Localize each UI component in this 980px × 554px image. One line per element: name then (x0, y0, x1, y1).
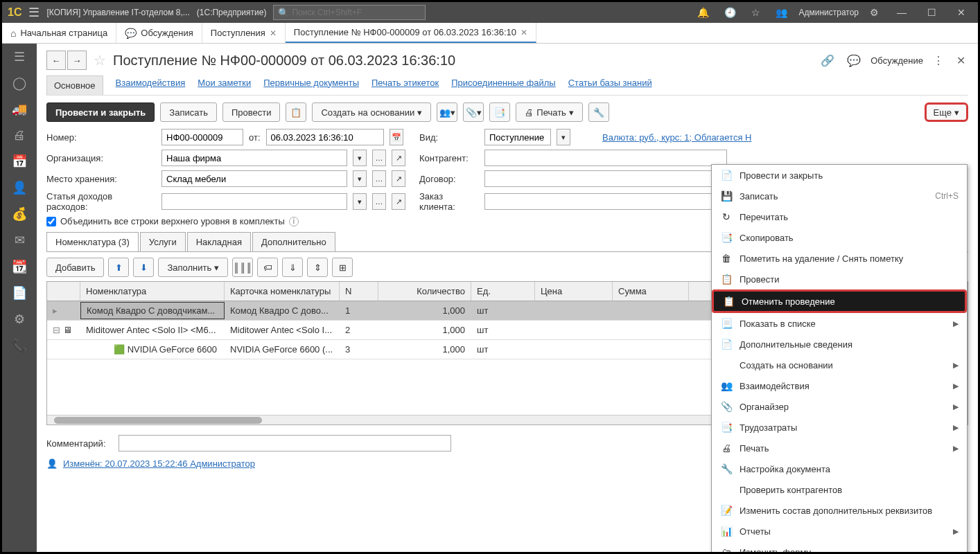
tab-receipts[interactable]: Поступления ✕ (202, 23, 286, 43)
close-icon[interactable]: ✕ (270, 28, 277, 38)
mi-doc-settings[interactable]: 🔧Настройка документа (712, 458, 967, 479)
navlink-kb[interactable]: Статьи базы знаний (568, 78, 652, 93)
copy-icon[interactable]: 📄 (12, 285, 27, 301)
navlink-files[interactable]: Присоединенные файлы (451, 78, 556, 93)
cell-card[interactable]: Miditower Antec <Solo I... (225, 322, 340, 338)
mi-additional-info[interactable]: 📄Дополнительные сведения (712, 334, 967, 355)
close-window-button[interactable]: ✕ (950, 7, 972, 18)
users-btn[interactable]: 👥▾ (437, 102, 457, 122)
minimize-button[interactable]: — (890, 7, 913, 18)
th-sum[interactable]: Сумма (613, 282, 689, 301)
cell-unit[interactable]: шт (471, 322, 535, 338)
order-input[interactable] (484, 193, 727, 210)
navlink-interactions[interactable]: Взаимодействия (116, 78, 186, 93)
config-btn[interactable]: 🔧 (588, 102, 609, 122)
cell-qty[interactable]: 1,000 (378, 341, 471, 357)
mi-copy[interactable]: 📑Скопировать (712, 227, 967, 248)
star-icon[interactable]: ☆ (747, 7, 764, 18)
user-name[interactable]: Администратор (798, 8, 859, 17)
counterparty-input[interactable] (484, 150, 727, 166)
currency-link[interactable]: Валюта: руб., курс: 1; Облагается Н (602, 132, 751, 143)
favorite-star-icon[interactable]: ☆ (94, 52, 106, 69)
th-price[interactable]: Цена (535, 282, 613, 301)
fill-button[interactable]: Заполнить ▾ (158, 258, 228, 277)
org-input[interactable] (161, 150, 347, 166)
mi-check-counterparties[interactable]: Проверить контрагентов (712, 479, 967, 500)
mi-reread[interactable]: ↻Перечитать (712, 206, 967, 227)
post-button[interactable]: Провести (222, 102, 281, 122)
mi-post-close[interactable]: 📄Провести и закрыть (712, 165, 967, 186)
close-icon[interactable]: ✕ (520, 28, 527, 37)
tab-invoice[interactable]: Накладная (187, 232, 251, 251)
ellipsis-btn[interactable]: … (372, 193, 386, 210)
mi-print[interactable]: 🖨Печать▶ (712, 438, 967, 458)
person-icon[interactable]: 👤 (12, 180, 27, 195)
dropdown-btn[interactable]: ▾ (557, 129, 570, 145)
more-button[interactable]: Еще ▾ (925, 102, 968, 122)
cell-qty[interactable]: 1,000 (378, 303, 471, 319)
mi-organizer[interactable]: 📎Органайзер▶ (712, 396, 967, 417)
mi-labor[interactable]: 📑Трудозатраты▶ (712, 417, 967, 438)
navlink-labels[interactable]: Печать этикеток (371, 78, 439, 93)
dropdown-btn[interactable]: ▾ (353, 193, 367, 210)
mi-mark-delete[interactable]: 🗑Пометить на удаление / Снять пометку (712, 248, 967, 269)
cell-nomenclature[interactable]: Miditower Antec <Solo II> <M6... (80, 322, 225, 338)
changed-link[interactable]: Изменён: 20.07.2023 15:22:46 Администрат… (63, 458, 255, 469)
tree-button[interactable]: ⊞ (332, 258, 353, 277)
mi-interactions[interactable]: 👥Взаимодействия▶ (712, 375, 967, 396)
cell-qty[interactable]: 1,000 (378, 322, 471, 338)
dropdown-btn[interactable]: ▾ (353, 170, 367, 187)
menu-icon[interactable]: ☰ (14, 49, 25, 64)
calendar-icon[interactable]: 📅 (12, 154, 27, 169)
collapse-arrow-icon[interactable]: ⊟ (53, 325, 60, 335)
discussion-label[interactable]: Обсуждение (870, 55, 923, 66)
attach-btn[interactable]: 📎▾ (463, 102, 484, 122)
mi-post[interactable]: 📋Провести (712, 269, 967, 289)
global-search[interactable]: 🔍 (273, 5, 426, 20)
maximize-button[interactable]: ☐ (920, 7, 943, 18)
phone-icon[interactable]: 📞 (12, 338, 27, 353)
th-n[interactable]: N (340, 282, 378, 301)
cell-card[interactable]: NVIDIA GeForce 6600 (... (225, 341, 340, 357)
list-icon-button[interactable]: 📋 (286, 102, 306, 122)
ellipsis-btn[interactable]: … (372, 170, 386, 187)
money-icon[interactable]: 💰 (12, 206, 27, 222)
tab-nomenclature[interactable]: Номенклатура (3) (46, 232, 139, 251)
contract-input[interactable] (484, 170, 727, 187)
settings-sliders-icon[interactable]: ⚙ (866, 7, 883, 18)
tab-discuss[interactable]: 💬 Обсуждения (116, 23, 202, 43)
cell-n[interactable]: 1 (340, 303, 378, 319)
cell-n[interactable]: 3 (340, 341, 378, 357)
comment-input[interactable] (119, 435, 451, 452)
merge-checkbox[interactable] (46, 217, 56, 226)
open-btn[interactable]: ↗ (392, 170, 405, 187)
open-btn[interactable]: ↗ (392, 150, 405, 166)
discussion-icon[interactable]: 💬 (844, 54, 864, 67)
mi-cancel-posting[interactable]: 📋Отменить проведение (712, 289, 967, 313)
close-panel-icon[interactable]: ✕ (954, 54, 968, 67)
th-unit[interactable]: Ед. (471, 282, 535, 301)
lifebuoy-icon[interactable]: ◯ (12, 75, 26, 91)
move-down-button[interactable]: ⬇ (133, 258, 154, 277)
printer-icon[interactable]: 🖨 (13, 128, 26, 143)
add-button[interactable]: Добавить (46, 258, 104, 277)
gear-icon[interactable]: ⚙ (14, 312, 25, 327)
link-icon[interactable]: 🔗 (818, 54, 837, 67)
storage-input[interactable] (161, 170, 347, 187)
cell-unit[interactable]: шт (471, 303, 535, 319)
tab-services[interactable]: Услуги (140, 232, 186, 251)
type-input[interactable] (484, 129, 551, 145)
post-and-close-button[interactable]: Провести и закрыть (46, 102, 155, 122)
history-icon[interactable]: 🕘 (720, 7, 740, 18)
th-nomenclature[interactable]: Номенклатура (80, 282, 225, 301)
mi-change-form[interactable]: 🗂Изменить форму... (712, 542, 967, 552)
mi-write[interactable]: 💾ЗаписатьCtrl+S (712, 186, 967, 206)
cell-card[interactable]: Комод Квадро С дово... (225, 303, 340, 319)
journal-btn[interactable]: 📑 (489, 102, 510, 122)
navlink-main[interactable]: Основное (46, 75, 103, 95)
cell-nomenclature[interactable]: NVIDIA GeForce 6600 (128, 344, 217, 355)
search-input[interactable] (292, 8, 421, 17)
tab-document[interactable]: Поступление № НФ00-000009 от 06.03.2023 … (286, 23, 536, 43)
th-card[interactable]: Карточка номенклатуры (225, 282, 340, 301)
write-button[interactable]: Записать (160, 102, 217, 122)
